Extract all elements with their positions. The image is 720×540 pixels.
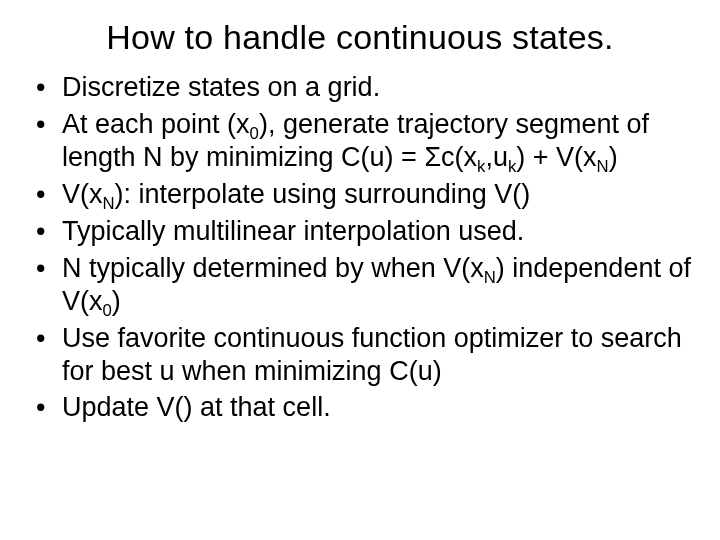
bullet-text: N typically determined by when V(x bbox=[62, 253, 484, 283]
subscript: N bbox=[103, 194, 115, 213]
bullet-text: ): interpolate using surrounding V() bbox=[115, 179, 531, 209]
slide: How to handle continuous states. Discret… bbox=[0, 0, 720, 540]
slide-title: How to handle continuous states. bbox=[28, 18, 692, 57]
bullet-item: Use favorite continuous function optimiz… bbox=[28, 322, 692, 388]
subscript: 0 bbox=[250, 124, 259, 143]
bullet-text: Typically multilinear interpolation used… bbox=[62, 216, 524, 246]
bullet-item: Typically multilinear interpolation used… bbox=[28, 215, 692, 248]
bullet-item: V(xN): interpolate using surrounding V() bbox=[28, 178, 692, 211]
bullet-text: ) bbox=[112, 286, 121, 316]
subscript: N bbox=[484, 268, 496, 287]
bullet-text: At each point (x bbox=[62, 109, 250, 139]
bullet-text: Use favorite continuous function optimiz… bbox=[62, 323, 682, 386]
subscript: N bbox=[597, 157, 609, 176]
bullet-text: ) + V(x bbox=[516, 142, 596, 172]
subscript: 0 bbox=[103, 301, 112, 320]
bullet-list: Discretize states on a grid. At each poi… bbox=[28, 71, 692, 424]
bullet-item: Discretize states on a grid. bbox=[28, 71, 692, 104]
bullet-text: ) bbox=[609, 142, 618, 172]
bullet-item: Update V() at that cell. bbox=[28, 391, 692, 424]
bullet-text: ,u bbox=[485, 142, 508, 172]
bullet-text: V(x bbox=[62, 179, 103, 209]
bullet-item: At each point (x0), generate trajectory … bbox=[28, 108, 692, 174]
bullet-text: Discretize states on a grid. bbox=[62, 72, 380, 102]
bullet-item: N typically determined by when V(xN) ind… bbox=[28, 252, 692, 318]
bullet-text: Update V() at that cell. bbox=[62, 392, 331, 422]
